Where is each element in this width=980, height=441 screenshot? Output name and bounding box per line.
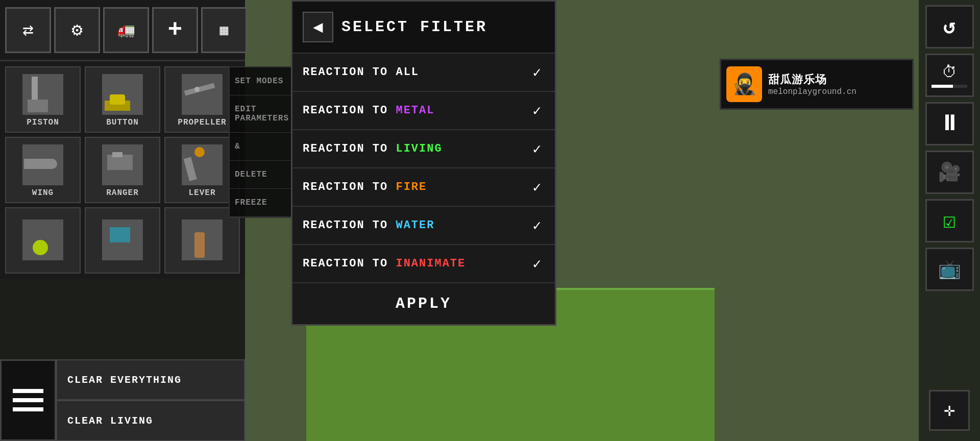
filter-header: ◀ SELECT FILTER [292,2,555,54]
lever-label: LEVER [188,188,215,198]
filter-check-all: ✓ [519,64,555,81]
clear-buttons-group: CLEAR EVERYTHING CLEAR LIVING [56,359,245,441]
filter-label-water: REACTION TO WATER [292,219,519,232]
melon-face-icon: 🥷 [731,72,757,97]
progress-bar [932,85,967,88]
filter-panel: ◀ SELECT FILTER REACTION TO ALL ✓ REACTI… [291,0,556,326]
settings-icon: ⚙ [71,19,83,41]
filter-row-living[interactable]: REACTION TO LIVING ✓ [292,130,555,168]
item-ranger[interactable]: RANGER [85,137,160,203]
clear-living-button[interactable]: CLEAR LIVING [56,400,245,441]
lever-icon [182,144,223,185]
progress-fill [932,85,953,88]
grid-button[interactable]: ▦ [201,7,247,53]
wing-label: WING [32,188,54,198]
undo-icon: ↺ [943,14,955,39]
filter-check-fire: ✓ [519,179,555,196]
filter-row-all[interactable]: REACTION TO ALL ✓ [292,54,555,92]
bottom-bar: CLEAR EVERYTHING CLEAR LIVING [0,359,245,441]
melon-url: melonplayground.cn [768,87,856,96]
items-grid: PISTON BUTTON PROPELLER WING RANGER [0,61,245,279]
filter-label-living: REACTION TO LIVING [292,142,519,155]
back-button[interactable]: ◀ [303,12,333,42]
switch-icon: ⇄ [22,19,34,41]
filter-check-living: ✓ [519,140,555,158]
filter-check-metal: ✓ [519,102,555,119]
tv-icon: 📺 [938,258,961,281]
propeller-label: PROPELLER [178,118,226,127]
piston-icon [22,74,63,115]
filter-row-fire[interactable]: REACTION TO FIRE ✓ [292,168,555,207]
filter-label-fire: REACTION TO FIRE [292,181,519,193]
hamburger-button[interactable] [0,359,56,441]
propeller-icon [182,74,223,115]
filter-check-inanimate: ✓ [519,255,555,273]
item-wing[interactable]: WING [5,137,81,203]
add-icon: + [168,16,183,44]
filter-label-metal: REACTION TO METAL [292,104,519,117]
grid-icon: ▦ [220,21,229,39]
side-panel: SET MODES EDIT PARAMETERS & DELETE FREEZ… [229,66,292,218]
hamburger-line-2 [13,398,43,402]
checkmark-icon: ☑ [943,208,955,234]
set-modes-item[interactable]: SET MODES [230,67,291,95]
settings-button[interactable]: ⚙ [54,7,100,53]
melon-text-group: 甜瓜游乐场 melonplayground.cn [768,72,856,96]
pause-button[interactable]: ⏸ [925,102,974,145]
filter-row-inanimate[interactable]: REACTION TO INANIMATE ✓ [292,245,555,283]
delete-item[interactable]: DELETE [230,161,291,189]
timer-button[interactable]: ⏱ [925,54,974,97]
top-toolbar: ⇄ ⚙ 🚛 + ▦ [0,0,245,61]
filter-label-all: REACTION TO ALL [292,66,519,79]
item-7[interactable] [5,207,81,274]
freeze-item[interactable]: FREEZE [230,189,291,217]
check-button[interactable]: ☑ [925,199,974,242]
tv-button[interactable]: 📺 [925,248,974,291]
button-label: BUTTON [106,118,139,127]
add-button[interactable]: + [152,7,198,53]
switch-button[interactable]: ⇄ [5,7,51,53]
melon-avatar: 🥷 [726,66,762,102]
melon-banner: 🥷 甜瓜游乐场 melonplayground.cn [720,59,914,110]
camera-button[interactable]: 🎥 [925,151,974,194]
button-icon [102,74,143,115]
filter-row-metal[interactable]: REACTION TO METAL ✓ [292,92,555,130]
hamburger-line-1 [13,389,43,393]
item8-icon [102,219,143,260]
back-arrow-icon: ◀ [313,17,323,37]
pause-icon: ⏸ [939,111,960,137]
filter-title: SELECT FILTER [341,18,487,36]
ampersand-item: & [230,133,291,161]
vehicle-button[interactable]: 🚛 [103,7,149,53]
vehicle-icon: 🚛 [117,21,135,39]
timer-icon: ⏱ [942,63,957,82]
move-icon: ✛ [944,399,955,422]
melon-name: 甜瓜游乐场 [768,72,856,87]
right-toolbar: ↺ ⏱ ⏸ 🎥 ☑ 📺 [919,0,980,441]
item-8[interactable] [85,207,160,274]
apply-button[interactable]: APPLY [292,283,555,324]
item-button[interactable]: BUTTON [85,66,160,133]
camera-icon: 🎥 [938,161,961,184]
piston-label: PISTON [27,118,59,127]
ranger-label: RANGER [106,188,139,198]
item7-icon [22,219,63,260]
ranger-icon [102,144,143,185]
item-piston[interactable]: PISTON [5,66,81,133]
hamburger-line-3 [13,407,43,411]
filter-label-inanimate: REACTION TO INANIMATE [292,257,519,270]
filter-row-water[interactable]: REACTION TO WATER ✓ [292,207,555,245]
wing-icon [22,144,63,185]
edit-parameters-item[interactable]: EDIT PARAMETERS [230,95,291,133]
undo-button[interactable]: ↺ [925,5,974,48]
move-button[interactable]: ✛ [929,390,970,431]
item9-icon [182,219,223,260]
filter-check-water: ✓ [519,217,555,234]
clear-everything-button[interactable]: CLEAR EVERYTHING [56,359,245,400]
